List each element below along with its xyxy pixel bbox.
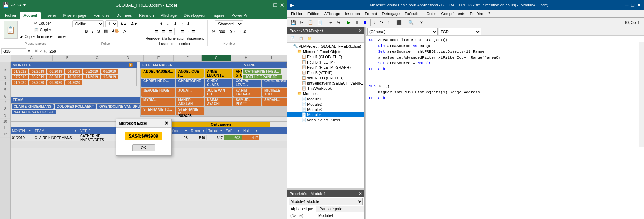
code-editor[interactable]: Sub AdvancedFilterWithListObject() Dim a… (366, 36, 644, 219)
align-left-btn[interactable]: ☰ (153, 29, 160, 35)
menu-fenetre[interactable]: Fenêtre (468, 11, 485, 16)
vba-redo-btn[interactable]: ↪ (335, 19, 342, 26)
tab-inquire[interactable]: Inquire (209, 12, 228, 19)
border-btn[interactable]: ▦ (103, 28, 109, 34)
cell-ref-input[interactable] (1, 48, 26, 54)
tree-wich-select[interactable]: 📄 Wich_Select_Slicer (287, 117, 364, 122)
props-tab-alpha[interactable]: Alphabétique (287, 206, 316, 212)
menu-outils[interactable]: Outils (424, 11, 438, 16)
tree-feuil5[interactable]: 📋 Feuil5 (VERIF) (287, 70, 364, 75)
align-bottom-btn[interactable]: ⬇ (172, 21, 178, 27)
align-top-btn[interactable]: ⬆ (158, 21, 164, 27)
vba-stop-btn[interactable]: ⏹ (361, 19, 369, 26)
menu-complements[interactable]: Compléments (439, 11, 467, 16)
merge-btn[interactable]: Fusionner et centrer (157, 41, 192, 46)
fill-color-btn[interactable]: A🎨 (110, 28, 121, 34)
font-select[interactable]: Calibri (72, 20, 104, 27)
tree-excel-objects[interactable]: 📂 Microsoft Excel Objets (287, 49, 364, 54)
properties-object-select[interactable]: Module4 Module (289, 198, 363, 205)
general-select[interactable]: (Général) (367, 28, 438, 35)
bold-btn[interactable]: B (84, 28, 89, 34)
props-tab-cat[interactable]: Par catégorie (316, 206, 345, 212)
formula-confirm-icon[interactable]: ✓ (39, 49, 42, 53)
tab-power-pi[interactable]: Power Pi (228, 12, 250, 19)
increase-decimal-btn[interactable]: .0→ (227, 29, 237, 34)
tab-fichier[interactable]: Fichier (1, 12, 20, 19)
formula-input[interactable] (48, 49, 286, 54)
vba-close-btn[interactable]: ✕ (637, 2, 641, 8)
underline-btn[interactable]: S (96, 28, 101, 34)
align-middle-btn[interactable]: ↔ (165, 21, 171, 27)
tree-module3[interactable]: 📄 Module3 (287, 107, 364, 112)
tree-feuil4[interactable]: 📋 Feuil4 (FILE_M_GRAPH) (287, 65, 364, 70)
proc-select[interactable]: TCD (439, 28, 481, 35)
increase-font-btn[interactable]: A▲ (119, 21, 128, 27)
vba-copy-btn[interactable]: 📋 (306, 19, 315, 26)
italic-btn[interactable]: I (90, 28, 94, 34)
excel-redo-icon[interactable]: ↪ (17, 2, 21, 8)
decrease-decimal-btn[interactable]: ←.0 (238, 29, 248, 34)
excel-undo-icon[interactable]: ↩ (11, 2, 15, 8)
text-direction-btn[interactable]: ↕ (180, 21, 185, 27)
project-panel-close-btn[interactable]: ✕ (359, 28, 362, 33)
tab-revision[interactable]: Révision (135, 12, 157, 19)
vba-find-btn[interactable]: 🔍 (407, 19, 415, 26)
menu-format[interactable]: Format (363, 11, 379, 16)
formula-expand-icon[interactable]: ▼ (27, 49, 31, 53)
tree-modules[interactable]: 📂 Modules (287, 91, 364, 96)
proj-view-code-btn[interactable]: 📄 (289, 35, 297, 41)
align-center-btn[interactable]: ☰ (160, 29, 167, 35)
decrease-font-btn[interactable]: A▼ (130, 21, 139, 27)
indent-btn[interactable]: ⬇ (185, 21, 191, 27)
vba-minimize-btn[interactable]: ─ (625, 2, 629, 8)
excel-close-btn[interactable]: ✕ (280, 2, 284, 8)
wrap-text-btn[interactable]: Renvoyer à la ligne automatiquement (144, 36, 205, 41)
percent-btn[interactable]: % (210, 29, 217, 34)
tree-module4[interactable]: 📄 Module4 (287, 112, 364, 117)
tab-accueil[interactable]: Accueil (20, 12, 41, 19)
vba-step-into-btn[interactable]: ↓ (372, 19, 378, 26)
vba-breakpoint-btn[interactable]: ⬛ (395, 19, 404, 26)
number-format-select[interactable]: Standard (215, 20, 243, 27)
proj-toggle-btn[interactable]: 📁 (306, 35, 313, 41)
vba-cut-btn[interactable]: ✂ (298, 19, 305, 26)
vba-help-btn[interactable]: ? (419, 19, 425, 26)
proj-view-form-btn[interactable]: 📋 (297, 35, 305, 41)
tree-module1[interactable]: 📄 Module1 (287, 96, 364, 101)
vba-paste-btn[interactable]: 📄 (316, 19, 324, 26)
properties-panel-close-btn[interactable]: ✕ (359, 191, 362, 196)
vba-maximize-btn[interactable]: □ (631, 2, 634, 8)
tab-donnees[interactable]: Données (113, 12, 135, 19)
menu-fichier[interactable]: Fichier (289, 11, 305, 16)
excel-minimize-btn[interactable]: ─ (267, 2, 271, 8)
tree-shtselectverif[interactable]: 📋 shtSelectVerif (SELECT_VERIF...) (287, 80, 364, 86)
tree-thisworkbook[interactable]: 📋 ThisWorkbook (287, 86, 364, 91)
vba-undo-btn[interactable]: ↩ (327, 19, 334, 26)
tab-affichage[interactable]: Affichage (157, 12, 181, 19)
increase-indent-btn[interactable]: →☰ (175, 29, 185, 35)
vba-save-btn[interactable]: 💾 (289, 19, 298, 26)
dialog-ok-btn[interactable]: OK (132, 144, 155, 151)
tab-developpeur[interactable]: Développeur (180, 12, 209, 19)
tab-formules[interactable]: Formules (90, 12, 113, 19)
vba-step-out-btn[interactable]: ↑ (386, 19, 392, 26)
tab-inserer[interactable]: Insérer (41, 12, 60, 19)
excel-save-icon[interactable]: 💾 (3, 2, 9, 8)
dialog-close-btn[interactable]: ✕ (164, 120, 169, 126)
formula-cancel-icon[interactable]: ✕ (35, 49, 38, 53)
code-scrollbar[interactable] (639, 42, 644, 147)
tree-feuil3[interactable]: 📋 Feuil3 (FILE_M) (287, 59, 364, 65)
vba-run-btn[interactable]: ▶ (345, 19, 352, 26)
menu-execution[interactable]: Exécution (402, 11, 423, 16)
couper-btn[interactable]: ✂ Couper (18, 20, 67, 26)
font-color-btn[interactable]: A (122, 28, 127, 34)
decrease-indent-btn[interactable]: ←☰ (186, 29, 196, 35)
copier-btn[interactable]: 📋 Copier (18, 27, 67, 33)
menu-edition[interactable]: Edition (305, 11, 321, 16)
comma-btn[interactable]: 000 (217, 29, 226, 34)
align-right-btn[interactable]: ☰ (167, 29, 174, 35)
vba-step-over-btn[interactable]: ↷ (378, 19, 385, 26)
font-size-select[interactable]: 10 (105, 20, 118, 27)
copier-format-btn[interactable]: 🖌 Copier la mise en forme (18, 34, 67, 39)
formula-fx-icon[interactable]: fx (44, 49, 47, 53)
